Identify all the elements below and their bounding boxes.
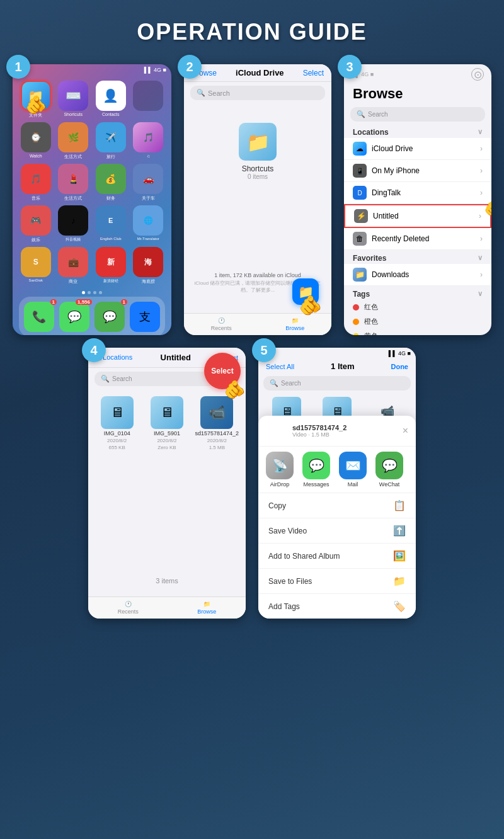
english-app: E English Club — [94, 205, 128, 243]
tags-header: Tags ∨ — [344, 286, 491, 300]
share-messages[interactable]: 💬 Messages — [302, 452, 330, 488]
action-save-video[interactable]: Save Video ⬆️ — [258, 518, 416, 544]
share-wechat[interactable]: 💬 WeChat — [375, 452, 403, 488]
location-recently-deleted[interactable]: 🗑 Recently Deleted › — [344, 228, 491, 250]
share-sheet: sd1575781474_2 Video · 1.5 MB × 📡 AirDro… — [258, 416, 416, 619]
tab-recents-4[interactable]: 🕐 Recents — [118, 601, 139, 615]
dingtalk-icon: D — [353, 186, 367, 200]
step-3-number: 3 — [338, 55, 362, 79]
step-2-number: 2 — [178, 55, 202, 79]
tab-browse-active[interactable]: 📁 Browse — [285, 317, 304, 331]
location-dingtalk[interactable]: D DingTalk › — [344, 182, 491, 204]
step-5: 5 ▌▌ 4G ■ Select All 1 Item Done 🔍 Searc… — [258, 348, 416, 619]
tags-icon: 🏷️ — [393, 600, 406, 612]
action-save-to-files[interactable]: Save to Files 📁 — [258, 569, 416, 594]
search-icon-3: 🔍 — [357, 110, 365, 118]
iphone-icon: 📱 — [353, 164, 367, 178]
file-img5901[interactable]: 🖥 IMG_5901 2020/8/2 Zero KB — [144, 396, 189, 450]
file-sd[interactable]: 📹 sd1575781474_2 2020/8/2 1.5 MB — [195, 396, 239, 450]
app4: 🎵 ♫ — [132, 122, 166, 160]
step5-search[interactable]: 🔍 Search — [263, 376, 411, 391]
step2-folder-item[interactable]: 📁 Shortcuts 0 items — [184, 104, 331, 199]
step3-circle-btn[interactable]: ⊙ — [471, 68, 484, 81]
location-iphone[interactable]: 📱 On My iPhone › — [344, 160, 491, 182]
select-all-btn[interactable]: Select All — [266, 363, 294, 370]
step5-status-bar: ▌▌ 4G ■ — [258, 348, 416, 359]
orange-dot — [353, 319, 359, 325]
location-downloads[interactable]: 📁 Downloads › — [344, 264, 491, 286]
red-dot — [353, 304, 359, 311]
share-file-info: sd1575781474_2 Video · 1.5 MB × — [258, 416, 416, 447]
step2-nav: Browse iCloud Drive Select — [184, 64, 331, 82]
contacts-app: 👤 Contacts — [94, 81, 128, 118]
item-count: 1 Item — [331, 362, 355, 371]
haidilao-app: 海 海底捞 — [132, 247, 166, 285]
step2-search[interactable]: 🔍 Search — [190, 86, 325, 100]
shared-album-icon: 🖼️ — [393, 550, 406, 562]
step2-nav-action[interactable]: Select — [303, 69, 324, 77]
app2: 🌿 生活方式 — [57, 122, 91, 160]
select-hand-gesture: 🫵 — [224, 379, 246, 400]
tag-yellow[interactable]: 黄色 — [344, 329, 491, 335]
phone-dock-app: 📞 1 — [24, 302, 54, 332]
tag-red[interactable]: 红色 — [344, 300, 491, 314]
file-thumb-icon-2: 🖥 — [151, 396, 183, 429]
action-add-tags[interactable]: Add Tags 🏷️ — [258, 594, 416, 619]
locations-header: Locations ∨ — [344, 124, 491, 138]
step4-nav-title: Untitled — [161, 353, 191, 362]
step4-file-grid: 🖥 IMG_0104 2020/8/2 655 KB 🖥 IMG_5901 20… — [88, 390, 246, 457]
file-thumb-icon-1: 🖥 — [101, 396, 134, 429]
browse-hand-gesture: 🫵 — [299, 294, 322, 316]
wechat-dock-app: 💬 1 — [94, 302, 125, 332]
share-mail[interactable]: ✉️ Mail — [339, 452, 367, 488]
app6: 💄 生活方式 — [57, 164, 91, 202]
done-btn[interactable]: Done — [391, 363, 408, 370]
shortcuts-folder-icon: 📁 — [239, 123, 277, 161]
copy-icon: 📋 — [393, 499, 406, 511]
browse-title: Browse — [344, 84, 491, 105]
file-img0104[interactable]: 🖥 IMG_0104 2020/8/2 655 KB — [94, 396, 139, 450]
airdrop-icon: 📡 — [266, 452, 294, 479]
share-file-thumb — [266, 421, 286, 441]
action-copy[interactable]: Copy 📋 — [258, 493, 416, 518]
save-video-icon: ⬆️ — [393, 525, 406, 537]
translate-app: 🌐 Mr.Translator — [132, 205, 166, 243]
location-untitled[interactable]: ⚡ Files Untitled › 🫵 — [344, 204, 491, 228]
step3-search[interactable]: 🔍 Search — [350, 107, 485, 122]
favorites-header: Favorites ∨ — [344, 250, 491, 264]
tap-gesture: 🫵 — [25, 94, 47, 115]
search-icon-5: 🔍 — [270, 379, 278, 387]
messages-icon: 💬 — [302, 452, 330, 479]
step-3-screen: ▌▌ 4G ■ ⊙ Browse 🔍 Search Locations ∨ ☁ … — [344, 64, 491, 335]
douyin-app: ♪ 抖音视频 — [57, 205, 91, 243]
page-title: OPERATION GUIDE — [137, 19, 367, 45]
share-airdrop[interactable]: 📡 AirDrop — [266, 452, 294, 488]
app7: 💰 财务 — [94, 164, 128, 202]
empty-app — [132, 81, 166, 118]
step-2-screen: Browse iCloud Drive Select 🔍 Search 📁 Sh… — [184, 64, 331, 335]
tab-browse-4[interactable]: 📁 Browse — [197, 601, 216, 615]
action-add-shared-album[interactable]: Add to Shared Album 🖼️ — [258, 544, 416, 569]
share-file-details: sd1575781474_2 Video · 1.5 MB — [292, 424, 346, 438]
items-count: 3 items — [88, 577, 246, 585]
folder-icon: 📁 — [292, 317, 299, 324]
steps-row-2: 4 ◀ Locations Untitled Select 🔍 Search 🖥… — [88, 348, 416, 619]
folder-items-count: 0 items — [248, 173, 268, 180]
downloads-folder-icon: 📁 — [353, 268, 367, 282]
app5: 🎵 音乐 — [19, 164, 53, 202]
step2-tab-bar: 🕐 Recents 📁 Browse — [184, 313, 331, 335]
step4-tab-bar: 🕐 Recents 📁 Browse — [88, 596, 246, 619]
share-close-btn[interactable]: × — [403, 425, 408, 437]
usb-icon: ⚡ — [354, 209, 368, 223]
tab-recents[interactable]: 🕐 Recents — [211, 317, 232, 331]
sandisk-app: S SanDisk — [19, 247, 53, 285]
shortcuts-app: ⌨️ Shortcuts — [57, 81, 91, 118]
step-4: 4 ◀ Locations Untitled Select 🔍 Search 🖥… — [88, 348, 246, 619]
app9: 🎮 娱乐 — [19, 205, 53, 243]
tag-orange[interactable]: 橙色 — [344, 314, 491, 329]
messages-dock-app: 💬 1,556 — [59, 302, 89, 332]
location-icloud[interactable]: ☁ iCloud Drive › — [344, 138, 491, 160]
step-5-number: 5 — [252, 338, 276, 362]
clock-icon: 🕐 — [218, 317, 225, 324]
step-5-screen: ▌▌ 4G ■ Select All 1 Item Done 🔍 Search … — [258, 348, 416, 619]
